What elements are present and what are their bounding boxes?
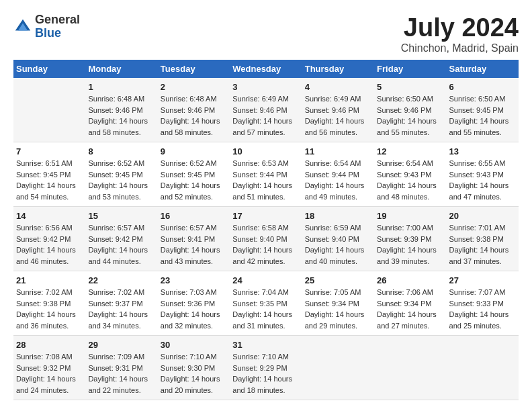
day-number: 29 (88, 340, 154, 350)
day-number: 11 (305, 146, 371, 156)
day-number: 8 (88, 146, 154, 156)
day-header-sunday: Sunday (13, 60, 85, 78)
calendar-cell: 3Sunrise: 6:49 AMSunset: 9:46 PMDaylight… (230, 78, 302, 142)
day-info: Sunrise: 7:03 AMSunset: 9:36 PMDaylight:… (161, 287, 227, 331)
day-info: Sunrise: 6:55 AMSunset: 9:43 PMDaylight:… (449, 158, 516, 202)
day-number: 17 (232, 211, 299, 221)
calendar-cell: 26Sunrise: 7:06 AMSunset: 9:34 PMDayligh… (374, 271, 446, 336)
calendar-cell: 19Sunrise: 7:00 AMSunset: 9:39 PMDayligh… (374, 207, 446, 271)
calendar-cell: 15Sunrise: 6:57 AMSunset: 9:42 PMDayligh… (85, 207, 157, 271)
day-header-thursday: Thursday (302, 60, 374, 78)
day-number: 13 (449, 146, 516, 156)
calendar-cell: 16Sunrise: 6:57 AMSunset: 9:41 PMDayligh… (158, 207, 230, 271)
main-title: July 2024 (401, 13, 519, 42)
day-info: Sunrise: 7:06 AMSunset: 9:34 PMDaylight:… (377, 287, 443, 331)
calendar-cell: 5Sunrise: 6:50 AMSunset: 9:46 PMDaylight… (374, 78, 446, 142)
day-info: Sunrise: 6:52 AMSunset: 9:45 PMDaylight:… (161, 158, 227, 202)
day-number: 2 (161, 82, 227, 92)
calendar-cell: 17Sunrise: 6:58 AMSunset: 9:40 PMDayligh… (230, 207, 302, 271)
day-info: Sunrise: 7:05 AMSunset: 9:34 PMDaylight:… (305, 287, 371, 331)
day-info: Sunrise: 7:07 AMSunset: 9:33 PMDaylight:… (449, 287, 516, 331)
day-info: Sunrise: 7:02 AMSunset: 9:38 PMDaylight:… (16, 287, 83, 331)
subtitle: Chinchon, Madrid, Spain (401, 42, 519, 54)
calendar-cell: 24Sunrise: 7:04 AMSunset: 9:35 PMDayligh… (230, 271, 302, 336)
day-number: 7 (16, 146, 83, 156)
day-number: 27 (449, 275, 516, 285)
day-info: Sunrise: 6:49 AMSunset: 9:46 PMDaylight:… (305, 93, 371, 138)
day-info: Sunrise: 6:49 AMSunset: 9:46 PMDaylight:… (232, 93, 299, 138)
calendar-cell: 7Sunrise: 6:51 AMSunset: 9:45 PMDaylight… (13, 142, 85, 207)
calendar-cell: 12Sunrise: 6:54 AMSunset: 9:43 PMDayligh… (374, 142, 446, 207)
calendar-body: 1Sunrise: 6:48 AMSunset: 9:46 PMDaylight… (13, 78, 519, 400)
week-row-5: 28Sunrise: 7:08 AMSunset: 9:32 PMDayligh… (13, 336, 519, 400)
day-info: Sunrise: 6:56 AMSunset: 9:42 PMDaylight:… (16, 222, 83, 267)
day-number: 10 (232, 146, 299, 156)
week-row-2: 7Sunrise: 6:51 AMSunset: 9:45 PMDaylight… (13, 142, 519, 207)
day-info: Sunrise: 7:04 AMSunset: 9:35 PMDaylight:… (232, 287, 299, 331)
day-info: Sunrise: 6:57 AMSunset: 9:41 PMDaylight:… (161, 222, 227, 267)
week-row-3: 14Sunrise: 6:56 AMSunset: 9:42 PMDayligh… (13, 207, 519, 271)
day-info: Sunrise: 6:50 AMSunset: 9:46 PMDaylight:… (377, 93, 443, 138)
calendar-cell: 31Sunrise: 7:10 AMSunset: 9:29 PMDayligh… (230, 336, 302, 400)
day-info: Sunrise: 6:52 AMSunset: 9:45 PMDaylight:… (88, 158, 154, 202)
day-number: 1 (88, 82, 154, 92)
calendar-cell: 21Sunrise: 7:02 AMSunset: 9:38 PMDayligh… (13, 271, 85, 336)
day-number: 16 (161, 211, 227, 221)
calendar-cell: 1Sunrise: 6:48 AMSunset: 9:46 PMDaylight… (85, 78, 157, 142)
day-number: 31 (232, 340, 299, 350)
day-number: 24 (232, 275, 299, 285)
day-number: 15 (88, 211, 154, 221)
day-number: 23 (161, 275, 227, 285)
day-header-tuesday: Tuesday (158, 60, 230, 78)
logo-general: General (35, 13, 80, 26)
day-number: 3 (232, 82, 299, 92)
day-info: Sunrise: 6:48 AMSunset: 9:46 PMDaylight:… (88, 93, 154, 138)
day-info: Sunrise: 6:59 AMSunset: 9:40 PMDaylight:… (305, 222, 371, 267)
day-info: Sunrise: 7:10 AMSunset: 9:30 PMDaylight:… (161, 351, 227, 396)
calendar-cell: 2Sunrise: 6:48 AMSunset: 9:46 PMDaylight… (158, 78, 230, 142)
logo-text: General Blue (35, 13, 80, 40)
calendar-cell: 20Sunrise: 7:01 AMSunset: 9:38 PMDayligh… (447, 207, 519, 271)
calendar-cell (13, 78, 85, 142)
calendar-cell: 8Sunrise: 6:52 AMSunset: 9:45 PMDaylight… (85, 142, 157, 207)
day-header-saturday: Saturday (447, 60, 519, 78)
calendar-cell: 13Sunrise: 6:55 AMSunset: 9:43 PMDayligh… (447, 142, 519, 207)
day-number: 28 (16, 340, 83, 350)
calendar-cell: 29Sunrise: 7:09 AMSunset: 9:31 PMDayligh… (85, 336, 157, 400)
day-number: 9 (161, 146, 227, 156)
logo-icon (13, 17, 32, 36)
page-header: General Blue July 2024 Chinchon, Madrid,… (13, 13, 519, 54)
calendar-cell (302, 336, 374, 400)
day-info: Sunrise: 7:09 AMSunset: 9:31 PMDaylight:… (88, 351, 154, 396)
day-info: Sunrise: 6:50 AMSunset: 9:45 PMDaylight:… (449, 93, 516, 138)
day-number: 22 (88, 275, 154, 285)
day-number: 14 (16, 211, 83, 221)
day-number: 18 (305, 211, 371, 221)
calendar-cell (447, 336, 519, 400)
day-info: Sunrise: 6:57 AMSunset: 9:42 PMDaylight:… (88, 222, 154, 267)
calendar-cell: 25Sunrise: 7:05 AMSunset: 9:34 PMDayligh… (302, 271, 374, 336)
week-row-4: 21Sunrise: 7:02 AMSunset: 9:38 PMDayligh… (13, 271, 519, 336)
day-info: Sunrise: 6:54 AMSunset: 9:44 PMDaylight:… (305, 158, 371, 202)
calendar-cell: 18Sunrise: 6:59 AMSunset: 9:40 PMDayligh… (302, 207, 374, 271)
day-info: Sunrise: 7:10 AMSunset: 9:29 PMDaylight:… (232, 351, 299, 396)
day-number: 21 (16, 275, 83, 285)
day-info: Sunrise: 6:48 AMSunset: 9:46 PMDaylight:… (161, 93, 227, 138)
day-number: 30 (161, 340, 227, 350)
day-number: 4 (305, 82, 371, 92)
day-number: 5 (377, 82, 443, 92)
day-number: 12 (377, 146, 443, 156)
day-headers-row: SundayMondayTuesdayWednesdayThursdayFrid… (13, 60, 519, 78)
calendar-cell: 11Sunrise: 6:54 AMSunset: 9:44 PMDayligh… (302, 142, 374, 207)
calendar-cell: 22Sunrise: 7:02 AMSunset: 9:37 PMDayligh… (85, 271, 157, 336)
day-info: Sunrise: 6:51 AMSunset: 9:45 PMDaylight:… (16, 158, 83, 202)
week-row-1: 1Sunrise: 6:48 AMSunset: 9:46 PMDaylight… (13, 78, 519, 142)
calendar-header: SundayMondayTuesdayWednesdayThursdayFrid… (13, 60, 519, 78)
day-number: 19 (377, 211, 443, 221)
calendar-cell: 23Sunrise: 7:03 AMSunset: 9:36 PMDayligh… (158, 271, 230, 336)
calendar-cell: 6Sunrise: 6:50 AMSunset: 9:45 PMDaylight… (447, 78, 519, 142)
logo-blue: Blue (35, 26, 61, 40)
calendar-cell: 4Sunrise: 6:49 AMSunset: 9:46 PMDaylight… (302, 78, 374, 142)
day-info: Sunrise: 7:00 AMSunset: 9:39 PMDaylight:… (377, 222, 443, 267)
day-number: 25 (305, 275, 371, 285)
